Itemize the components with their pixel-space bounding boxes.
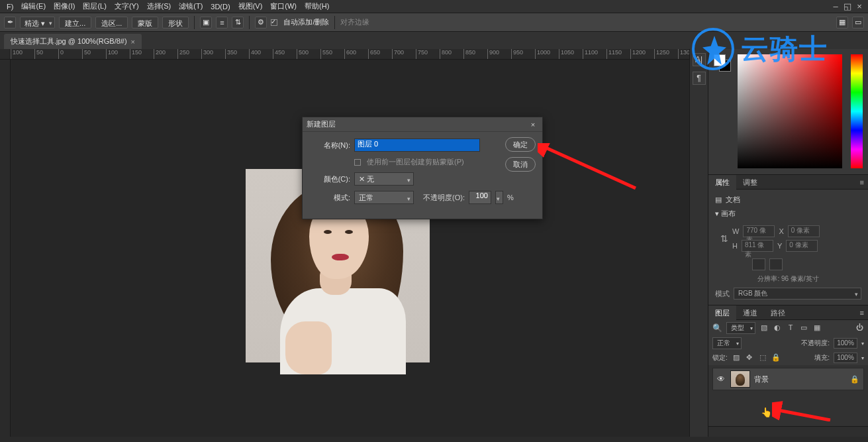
orientation-landscape-icon[interactable] [769,258,783,270]
tab-paths[interactable]: 路径 [764,305,792,320]
dialog-cancel-button[interactable]: 取消 [505,157,536,172]
layer-list: 👁 背景 🔒 [708,365,868,426]
layer-opacity-input[interactable]: 100% [834,338,857,349]
lock-artboard-icon[interactable]: ⬚ [758,353,767,362]
layers-panel: 图层 通道 路径 ≡ 🔍 类型 ▧ ◐ T ▭ ▦ ⏻ 正常 不透明度: 100… [708,305,868,442]
pathop-arrange-icon[interactable]: ⇅ [232,17,244,28]
y-label: Y [777,242,782,250]
layer-name-label[interactable]: 背景 [754,374,846,384]
opt-build-button[interactable]: 建立... [59,17,91,28]
align-edges-label: 对齐边缘 [340,17,369,27]
dialog-titlebar[interactable]: 新建图层 × [303,117,542,132]
filter-type-icon[interactable]: T [786,323,795,333]
dialog-close-icon[interactable]: × [528,121,538,129]
panel-menu-icon[interactable]: ≡ [856,178,868,186]
menu-select[interactable]: 选择(S) [143,1,175,11]
ruler-tick: 950 [511,49,523,60]
x-input[interactable]: 0 像素 [788,225,820,237]
hue-slider[interactable] [851,54,863,168]
menu-edit[interactable]: 编辑(E) [17,1,50,11]
window-restore-icon[interactable]: ◱ [842,1,853,11]
pathop-combine-icon[interactable]: ▣ [200,17,212,28]
new-layer-dialog: 新建图层 × 确定 取消 名称(N): 图层 0 使用前一图层创建剪贴蒙版(P)… [302,117,543,219]
width-input[interactable]: 770 像素 [743,225,775,237]
pathop-align-icon[interactable]: ≡ [216,17,228,28]
color-field[interactable] [738,54,842,168]
ruler-tick: 850 [463,49,475,60]
lock-label: 锁定: [712,353,728,362]
menu-window[interactable]: 窗口(W) [266,1,301,11]
filter-toggle-icon[interactable]: ⏻ [855,323,864,333]
height-input[interactable]: 811 像素 [742,240,773,252]
y-input[interactable]: 0 像素 [786,240,818,252]
dialog-ok-button[interactable]: 确定 [505,137,536,152]
clip-mask-checkbox[interactable] [354,159,361,166]
menu-type[interactable]: 文字(Y) [111,1,143,11]
lock-position-icon[interactable]: ✥ [745,353,754,362]
divider [194,16,195,29]
menu-layer[interactable]: 图层(L) [79,1,110,11]
paragraph-panel-icon[interactable]: ¶ [693,72,706,85]
menu-image[interactable]: 图像(I) [50,1,79,11]
document-tab[interactable]: 快速选择工具.jpg @ 100%(RGB/8#) × [4,34,142,49]
opacity-suffix: % [507,193,514,201]
orientation-portrait-icon[interactable] [752,258,765,270]
filter-pixel-icon[interactable]: ▧ [759,323,769,333]
filter-smart-icon[interactable]: ▦ [812,323,822,333]
ruler-tick: 0 [58,49,64,60]
tool-preset-select[interactable]: 精选 ▾ [20,17,55,28]
opt-mask-button[interactable]: 蒙版 [132,17,158,28]
tab-layers[interactable]: 图层 [708,305,736,320]
auto-add-delete-checkbox[interactable] [271,19,277,26]
lock-all-icon[interactable]: 🔒 [771,353,781,362]
mode-label: 模式: [311,193,350,203]
filter-kind-select[interactable]: 类型 [726,322,755,334]
layer-lock-icon[interactable]: 🔒 [850,375,859,384]
menu-filter[interactable]: 滤镜(T) [175,1,207,11]
screenmode-icon[interactable]: ▭ [852,17,864,28]
visibility-eye-icon[interactable]: 👁 [717,374,726,384]
props-canvas-section[interactable]: ▾ 画布 [715,209,861,219]
window-close-icon[interactable]: × [853,1,865,11]
menu-help[interactable]: 帮助(H) [301,1,333,11]
tool-pen-icon[interactable]: ✒ [4,17,16,28]
menu-file[interactable]: F) [3,3,17,11]
window-minimize-icon[interactable]: – [830,1,842,11]
layer-row-background[interactable]: 👁 背景 🔒 [712,368,864,390]
w-label: W [732,227,739,235]
layer-name-input[interactable]: 图层 0 [354,138,480,152]
ruler-tick: 1250 [654,49,669,60]
ruler-tick: 150 [130,49,142,60]
ruler-vertical[interactable] [0,49,11,437]
clip-mask-label: 使用前一图层创建剪贴蒙版(P) [367,157,464,167]
tab-adjustments[interactable]: 调整 [736,175,764,190]
color-select[interactable]: ✕ 无 [354,172,414,186]
layers-menu-icon[interactable]: ≡ [856,309,868,317]
fill-input[interactable]: 100% [834,353,857,363]
quickmask-icon[interactable]: ▦ [836,17,848,28]
opt-shape-button[interactable]: 形状 [162,17,189,28]
filter-search-icon[interactable]: 🔍 [712,323,722,333]
link-wh-icon[interactable]: ⇅ [720,233,730,244]
watermark: 云骑士 [692,28,828,70]
opacity-input[interactable]: 100 [469,191,491,204]
document-tab-close-icon[interactable]: × [131,38,135,46]
tab-channels[interactable]: 通道 [736,305,764,320]
gear-icon[interactable]: ⚙ [255,17,267,28]
filter-shape-icon[interactable]: ▭ [799,323,808,333]
blendmode-select[interactable]: 正常 [712,337,742,349]
tab-properties[interactable]: 属性 [708,175,736,190]
filter-adjust-icon[interactable]: ◐ [773,323,782,333]
colormode-select[interactable]: RGB 颜色 [734,288,861,300]
ruler-tick: 100 [11,49,23,60]
opt-area-button[interactable]: 选区... [95,17,128,28]
lock-pixels-icon[interactable]: ▨ [732,353,741,362]
menu-3d[interactable]: 3D(D) [207,3,234,11]
blend-mode-select[interactable]: 正常 [354,191,414,204]
layer-thumbnail[interactable] [730,370,750,388]
menu-view[interactable]: 视图(V) [234,1,267,11]
opacity-stepper[interactable] [495,191,503,204]
ruler-horizontal[interactable]: 1005005010015020025030035040045050055060… [11,49,708,60]
ruler-corner [0,49,11,60]
auto-add-delete-label: 自动添加/删除 [283,17,329,27]
